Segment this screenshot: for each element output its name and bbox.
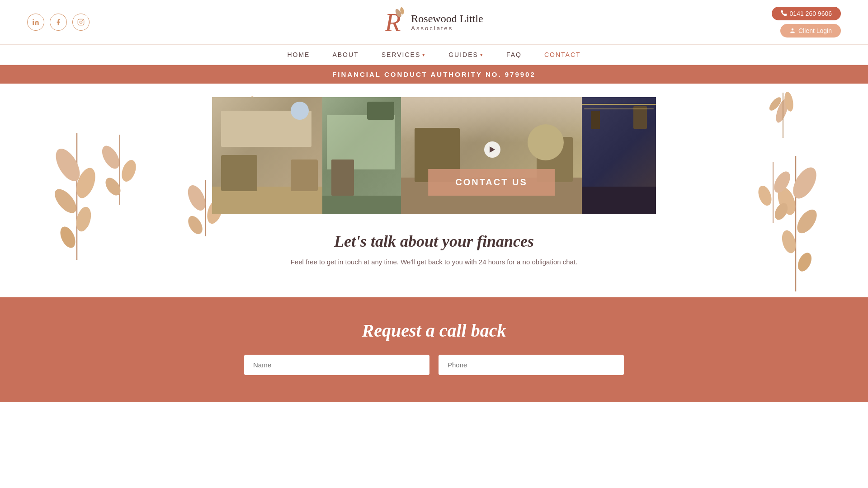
guides-chevron: ▾ xyxy=(480,52,484,58)
nav-home[interactable]: HOME xyxy=(287,51,310,58)
svg-point-31 xyxy=(99,143,123,171)
form-row-1 xyxy=(27,355,841,375)
form-section: Request a call back xyxy=(0,297,868,402)
linkedin-icon[interactable] xyxy=(27,14,44,31)
nav-faq[interactable]: FAQ xyxy=(506,51,522,58)
logo-text: Rosewood Little Associates xyxy=(411,13,483,31)
gallery-image-4 xyxy=(582,97,656,214)
svg-point-3 xyxy=(82,20,83,21)
svg-point-19 xyxy=(51,145,85,185)
user-icon xyxy=(789,28,796,34)
logo-icon: R xyxy=(385,6,407,38)
svg-rect-1 xyxy=(78,19,84,25)
hero-section: CONTACT US Let's talk about your finance… xyxy=(0,84,868,297)
gallery-image-2 xyxy=(322,97,401,214)
social-links xyxy=(27,14,90,31)
svg-marker-42 xyxy=(490,146,495,153)
svg-point-20 xyxy=(73,165,99,201)
contact-us-button[interactable]: CONTACT US xyxy=(428,169,555,196)
nav-guides[interactable]: GUIDES ▾ xyxy=(448,51,484,58)
decor-leaves-topright xyxy=(755,84,814,142)
nav-services[interactable]: SERVICES ▾ xyxy=(382,51,426,58)
nav-about[interactable]: ABOUT xyxy=(332,51,359,58)
phone-input[interactable] xyxy=(439,355,624,375)
facebook-icon[interactable] xyxy=(50,14,67,31)
svg-point-33 xyxy=(103,175,124,198)
name-input[interactable] xyxy=(244,355,429,375)
gallery-image-3: CONTACT US xyxy=(401,97,582,214)
logo[interactable]: R Rosewood Little Associates xyxy=(385,6,483,38)
nav-contact[interactable]: CONTACT xyxy=(544,51,581,58)
authority-banner: FINANCIAL CONDUCT AUTHORITY NO. 979902 xyxy=(0,65,868,84)
decor-leaves-bottomleft xyxy=(90,135,149,207)
services-chevron: ▾ xyxy=(422,52,426,58)
hero-headline: Let's talk about your finances xyxy=(9,232,859,251)
svg-point-32 xyxy=(119,158,138,184)
client-login-button[interactable]: Client Login xyxy=(780,24,841,38)
svg-point-15 xyxy=(783,91,794,112)
hero-subtext: Feel free to get in touch at any time. W… xyxy=(9,258,859,266)
phone-icon xyxy=(781,10,787,17)
svg-point-21 xyxy=(51,185,80,217)
svg-point-36 xyxy=(756,184,774,207)
svg-point-26 xyxy=(774,185,799,217)
svg-point-2 xyxy=(80,21,82,23)
image-gallery: CONTACT US xyxy=(203,97,665,214)
svg-point-14 xyxy=(774,97,791,124)
gallery-image-1 xyxy=(212,97,322,214)
svg-point-35 xyxy=(771,169,793,195)
header: R Rosewood Little Associates 0141 260 96… xyxy=(0,0,868,44)
play-button[interactable] xyxy=(484,141,500,158)
header-actions: 0141 260 9606 Client Login xyxy=(772,7,841,38)
phone-button[interactable]: 0141 260 9606 xyxy=(772,7,841,20)
svg-point-0 xyxy=(33,19,34,20)
svg-point-7 xyxy=(792,28,794,31)
instagram-icon[interactable] xyxy=(72,14,90,31)
form-title: Request a call back xyxy=(27,320,841,341)
hero-text: Let's talk about your finances Feel free… xyxy=(0,214,868,279)
svg-point-25 xyxy=(788,164,821,202)
navigation: HOME ABOUT SERVICES ▾ GUIDES ▾ FAQ CONTA… xyxy=(0,44,868,65)
svg-point-16 xyxy=(767,95,783,113)
